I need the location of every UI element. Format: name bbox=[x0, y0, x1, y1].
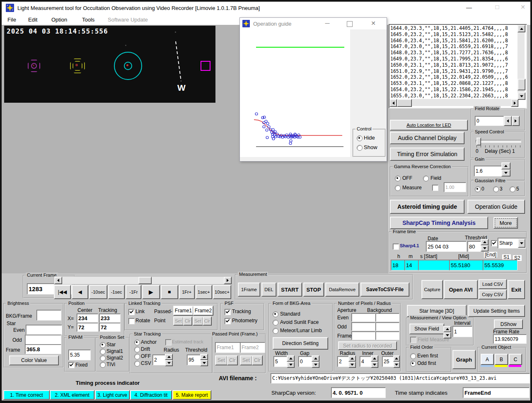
drift-radio[interactable] bbox=[134, 347, 140, 352]
gain-up-icon[interactable] bbox=[501, 162, 510, 169]
sharp-checkbox[interactable] bbox=[491, 240, 497, 246]
radius-field[interactable]: 2 bbox=[152, 355, 167, 365]
pp-set2-button[interactable]: Set bbox=[240, 355, 252, 365]
log-vscrollbar[interactable] bbox=[517, 25, 525, 99]
minimize-button[interactable]: — bbox=[461, 4, 477, 12]
threshold-st-field[interactable]: 95 bbox=[187, 355, 202, 365]
step-make-report[interactable]: 5. Make report bbox=[172, 390, 211, 400]
scroll-left-icon[interactable] bbox=[389, 99, 397, 107]
load-csv-button[interactable]: Load CSV bbox=[479, 279, 507, 289]
og-minimize-button[interactable]: — bbox=[321, 20, 334, 27]
gamma-field-radio[interactable] bbox=[423, 176, 429, 181]
threshold-down-icon[interactable] bbox=[481, 245, 488, 251]
og-close-button[interactable]: ✕ bbox=[369, 20, 377, 27]
threshold-up-icon[interactable] bbox=[481, 239, 488, 245]
odd-first-radio[interactable] bbox=[410, 361, 416, 367]
video-frame[interactable]: 2025 04 03 18:14:55:556 W bbox=[4, 26, 215, 103]
operation-guide-button[interactable]: Operation Guide bbox=[467, 200, 525, 214]
scroll-up-icon[interactable] bbox=[517, 25, 525, 32]
direction-setting-button[interactable]: Direction Setting bbox=[273, 337, 328, 350]
estimated-track-checkbox[interactable] bbox=[165, 339, 172, 345]
minus-1frame-button[interactable]: -1Fr bbox=[126, 285, 141, 299]
step-back-button[interactable]: ◀ bbox=[72, 285, 88, 299]
og-show-radio[interactable] bbox=[357, 145, 363, 151]
step-diffraction[interactable]: 4. Diffraction tit bbox=[130, 390, 172, 400]
gain-down-icon[interactable] bbox=[501, 169, 510, 176]
frame-brightness-field[interactable]: 365.8 bbox=[25, 344, 61, 354]
menu-file[interactable]: File bbox=[7, 17, 16, 23]
step-light-curve[interactable]: 3. Light curve bbox=[95, 390, 130, 400]
gap-field[interactable]: 0 bbox=[298, 356, 313, 367]
sharpcap-timing-analysis-button[interactable]: SharpCap Timing Analysis bbox=[390, 217, 488, 229]
dropdown-arrow-icon[interactable] bbox=[518, 239, 525, 248]
log-hscrollbar[interactable] bbox=[389, 99, 517, 106]
radius-down-icon[interactable] bbox=[165, 360, 173, 366]
csv-log-panel[interactable]: 1644.0,23.3,"",18,15,21.4405,21.4764,,,,… bbox=[389, 24, 527, 109]
frame-scroll-thumb[interactable] bbox=[138, 277, 152, 284]
gaussian-0-radio[interactable] bbox=[475, 186, 481, 192]
save-to-csv-button[interactable]: SaveToCSV-File bbox=[360, 282, 409, 297]
pset-signal2-radio[interactable] bbox=[100, 355, 106, 361]
speed-slider-track[interactable] bbox=[476, 140, 521, 143]
npr-radius-up-icon[interactable] bbox=[348, 355, 356, 362]
show-field-button[interactable]: Show Field bbox=[409, 323, 444, 334]
maximize-button[interactable]: □ bbox=[489, 3, 505, 12]
date-field[interactable]: 25 04 03 bbox=[426, 241, 467, 252]
npr-frame-bkg-field[interactable] bbox=[375, 331, 399, 340]
object-b-button[interactable]: B bbox=[495, 354, 508, 365]
gap-down-icon[interactable] bbox=[312, 362, 319, 368]
step-time-correct[interactable]: 1. Time correct bbox=[3, 390, 50, 400]
gamma-measure-radio[interactable] bbox=[395, 185, 401, 191]
data-remove-button[interactable]: DataRemove bbox=[325, 282, 359, 297]
start-button[interactable]: START bbox=[278, 282, 302, 297]
lt-set2-button[interactable]: Set bbox=[193, 316, 203, 326]
fwhm-field[interactable]: 5.35 bbox=[68, 350, 91, 360]
pset-tivi-radio[interactable] bbox=[100, 362, 106, 368]
minus-1sec-button[interactable]: -1sec bbox=[108, 285, 125, 299]
frame-scroll-left-icon[interactable] bbox=[54, 277, 62, 284]
fwhm-fixed-checkbox[interactable] bbox=[68, 362, 75, 368]
close-button[interactable]: ✕ bbox=[515, 4, 531, 12]
even-first-radio[interactable] bbox=[410, 353, 416, 359]
width-down-icon[interactable] bbox=[287, 362, 295, 368]
set-radius-button[interactable]: Set radius to recorded bbox=[338, 341, 397, 350]
plus-10sec-button[interactable]: 10sec+ bbox=[213, 285, 231, 299]
psf-tracking-checkbox[interactable] bbox=[225, 309, 231, 315]
gap-up-icon[interactable] bbox=[312, 355, 319, 362]
npr-radius-down-icon[interactable] bbox=[348, 362, 356, 368]
open-avi-button[interactable]: Open AVI bbox=[444, 280, 478, 299]
bkg-frame-field[interactable] bbox=[36, 310, 61, 321]
pp-set1-button[interactable]: Set bbox=[215, 355, 227, 365]
width-field[interactable]: 5 bbox=[273, 356, 288, 367]
interval-up-icon[interactable] bbox=[443, 326, 451, 332]
hour-field[interactable]: 18 bbox=[391, 260, 406, 270]
lt-set1-button[interactable]: Set bbox=[173, 316, 184, 326]
dshow-button[interactable]: DShow bbox=[494, 319, 523, 329]
npr-outer-down-icon[interactable] bbox=[393, 362, 400, 368]
npr-outer-up-icon[interactable] bbox=[393, 355, 400, 362]
menu-edit[interactable]: Edit bbox=[28, 17, 37, 23]
lt-frame1-button[interactable]: Frame1 bbox=[173, 306, 193, 316]
gamma-off-radio[interactable] bbox=[395, 176, 401, 181]
minus-10sec-button[interactable]: -10sec bbox=[89, 285, 107, 299]
pp-frame2-field[interactable]: Frame2 bbox=[240, 342, 265, 353]
menu-tools[interactable]: Tools bbox=[82, 17, 94, 23]
plus-1frame-button[interactable]: 1Fr+ bbox=[179, 285, 195, 299]
npr-odd-bkg-field[interactable] bbox=[375, 322, 399, 331]
npr-inner-up-icon[interactable] bbox=[371, 355, 378, 362]
copy-csv-button[interactable]: Copy CSV bbox=[479, 290, 507, 299]
asteroid-timing-guide-button[interactable]: Asteroid timing guide bbox=[390, 200, 464, 214]
gamma-value-field[interactable]: 1.00 bbox=[444, 182, 466, 192]
del-button[interactable]: DEL bbox=[261, 282, 276, 297]
y-center-field[interactable]: 72 bbox=[77, 323, 98, 332]
radius-up-icon[interactable] bbox=[165, 354, 173, 360]
mid-field[interactable]: 55.5180 bbox=[449, 260, 484, 270]
star-even-field[interactable] bbox=[26, 325, 62, 335]
lt-clr2-button[interactable]: Clr bbox=[203, 316, 212, 326]
minute-field[interactable]: 14 bbox=[404, 260, 420, 270]
capture-button[interactable]: Capture bbox=[421, 280, 443, 299]
threshold-st-down-icon[interactable] bbox=[200, 360, 208, 366]
pp-clr1-button[interactable]: Clr bbox=[227, 355, 238, 365]
sharp41-checkbox[interactable] bbox=[393, 244, 399, 250]
csv-radio[interactable] bbox=[134, 361, 140, 367]
